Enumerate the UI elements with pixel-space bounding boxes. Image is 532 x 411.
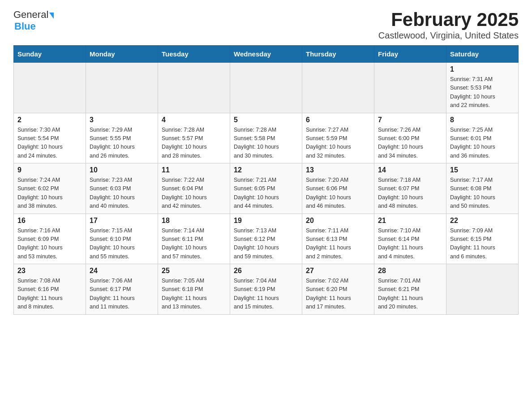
day-number: 12 [234, 166, 298, 174]
day-info: Sunrise: 7:29 AM Sunset: 5:55 PM Dayligh… [90, 126, 154, 161]
calendar-cell: 15Sunrise: 7:17 AM Sunset: 6:08 PM Dayli… [446, 163, 519, 214]
day-info: Sunrise: 7:06 AM Sunset: 6:17 PM Dayligh… [90, 277, 154, 312]
calendar-cell: 27Sunrise: 7:02 AM Sunset: 6:20 PM Dayli… [302, 264, 374, 315]
day-info: Sunrise: 7:27 AM Sunset: 5:59 PM Dayligh… [306, 126, 370, 161]
day-number: 13 [306, 166, 370, 174]
day-number: 4 [162, 116, 226, 124]
day-info: Sunrise: 7:04 AM Sunset: 6:19 PM Dayligh… [234, 277, 298, 312]
page-subtitle: Castlewood, Virginia, United States [378, 30, 519, 41]
day-number: 15 [450, 166, 515, 174]
day-of-week-header: Tuesday [158, 46, 230, 63]
calendar-cell: 22Sunrise: 7:09 AM Sunset: 6:15 PM Dayli… [446, 214, 519, 264]
calendar-week-row: 2Sunrise: 7:30 AM Sunset: 5:54 PM Daylig… [14, 113, 519, 163]
day-info: Sunrise: 7:28 AM Sunset: 5:58 PM Dayligh… [234, 126, 298, 161]
day-info: Sunrise: 7:13 AM Sunset: 6:12 PM Dayligh… [234, 227, 298, 261]
day-of-week-header: Thursday [302, 46, 374, 63]
calendar-cell: 26Sunrise: 7:04 AM Sunset: 6:19 PM Dayli… [230, 264, 302, 315]
calendar-cell: 7Sunrise: 7:26 AM Sunset: 6:00 PM Daylig… [374, 113, 446, 163]
day-number: 11 [162, 166, 226, 174]
calendar-cell: 16Sunrise: 7:16 AM Sunset: 6:09 PM Dayli… [14, 214, 86, 264]
day-number: 18 [162, 217, 226, 225]
calendar-table: SundayMondayTuesdayWednesdayThursdayFrid… [13, 45, 519, 315]
calendar-cell: 21Sunrise: 7:10 AM Sunset: 6:14 PM Dayli… [374, 214, 446, 264]
calendar-cell: 10Sunrise: 7:23 AM Sunset: 6:03 PM Dayli… [86, 163, 158, 214]
day-number: 1 [450, 65, 515, 73]
calendar-cell: 2Sunrise: 7:30 AM Sunset: 5:54 PM Daylig… [14, 113, 86, 163]
day-of-week-header: Sunday [14, 46, 86, 63]
day-number: 6 [306, 116, 370, 124]
day-info: Sunrise: 7:14 AM Sunset: 6:11 PM Dayligh… [162, 227, 226, 261]
calendar-cell [230, 63, 302, 113]
day-info: Sunrise: 7:20 AM Sunset: 6:06 PM Dayligh… [306, 176, 370, 211]
day-number: 24 [90, 267, 154, 275]
day-number: 19 [234, 217, 298, 225]
page-title: February 2025 [378, 9, 519, 30]
day-info: Sunrise: 7:31 AM Sunset: 5:53 PM Dayligh… [450, 75, 515, 110]
day-number: 27 [306, 267, 370, 275]
calendar-header-row: SundayMondayTuesdayWednesdayThursdayFrid… [14, 46, 519, 63]
day-info: Sunrise: 7:28 AM Sunset: 5:57 PM Dayligh… [162, 126, 226, 161]
logo-general-text: General [13, 9, 48, 21]
day-info: Sunrise: 7:21 AM Sunset: 6:05 PM Dayligh… [234, 176, 298, 211]
day-number: 3 [90, 116, 154, 124]
calendar-cell: 12Sunrise: 7:21 AM Sunset: 6:05 PM Dayli… [230, 163, 302, 214]
day-info: Sunrise: 7:26 AM Sunset: 6:00 PM Dayligh… [378, 126, 442, 161]
day-info: Sunrise: 7:15 AM Sunset: 6:10 PM Dayligh… [90, 227, 154, 261]
page-header: General Blue February 2025 Castlewood, V… [13, 9, 519, 41]
day-info: Sunrise: 7:10 AM Sunset: 6:14 PM Dayligh… [378, 227, 442, 261]
day-info: Sunrise: 7:18 AM Sunset: 6:07 PM Dayligh… [378, 176, 442, 211]
calendar-cell: 8Sunrise: 7:25 AM Sunset: 6:01 PM Daylig… [446, 113, 519, 163]
day-number: 14 [378, 166, 442, 174]
day-number: 23 [17, 267, 82, 275]
day-info: Sunrise: 7:30 AM Sunset: 5:54 PM Dayligh… [17, 126, 82, 161]
calendar-week-row: 9Sunrise: 7:24 AM Sunset: 6:02 PM Daylig… [14, 163, 519, 214]
day-info: Sunrise: 7:23 AM Sunset: 6:03 PM Dayligh… [90, 176, 154, 211]
logo-blue-text: Blue [14, 21, 36, 32]
calendar-cell: 11Sunrise: 7:22 AM Sunset: 6:04 PM Dayli… [158, 163, 230, 214]
day-of-week-header: Saturday [446, 46, 519, 63]
day-info: Sunrise: 7:09 AM Sunset: 6:15 PM Dayligh… [450, 227, 515, 261]
day-of-week-header: Friday [374, 46, 446, 63]
day-info: Sunrise: 7:25 AM Sunset: 6:01 PM Dayligh… [450, 126, 515, 161]
calendar-cell [374, 63, 446, 113]
calendar-cell: 28Sunrise: 7:01 AM Sunset: 6:21 PM Dayli… [374, 264, 446, 315]
day-info: Sunrise: 7:16 AM Sunset: 6:09 PM Dayligh… [17, 227, 82, 261]
day-number: 22 [450, 217, 515, 225]
calendar-week-row: 1Sunrise: 7:31 AM Sunset: 5:53 PM Daylig… [14, 63, 519, 113]
logo: General Blue [13, 9, 54, 32]
calendar-week-row: 16Sunrise: 7:16 AM Sunset: 6:09 PM Dayli… [14, 214, 519, 264]
calendar-cell: 24Sunrise: 7:06 AM Sunset: 6:17 PM Dayli… [86, 264, 158, 315]
calendar-cell: 4Sunrise: 7:28 AM Sunset: 5:57 PM Daylig… [158, 113, 230, 163]
calendar-cell: 17Sunrise: 7:15 AM Sunset: 6:10 PM Dayli… [86, 214, 158, 264]
day-of-week-header: Wednesday [230, 46, 302, 63]
calendar-cell: 14Sunrise: 7:18 AM Sunset: 6:07 PM Dayli… [374, 163, 446, 214]
day-of-week-header: Monday [86, 46, 158, 63]
day-number: 21 [378, 217, 442, 225]
calendar-cell: 20Sunrise: 7:11 AM Sunset: 6:13 PM Dayli… [302, 214, 374, 264]
calendar-cell [14, 63, 86, 113]
calendar-cell: 1Sunrise: 7:31 AM Sunset: 5:53 PM Daylig… [446, 63, 519, 113]
calendar-cell [86, 63, 158, 113]
day-info: Sunrise: 7:01 AM Sunset: 6:21 PM Dayligh… [378, 277, 442, 312]
day-info: Sunrise: 7:02 AM Sunset: 6:20 PM Dayligh… [306, 277, 370, 312]
day-number: 17 [90, 217, 154, 225]
day-info: Sunrise: 7:24 AM Sunset: 6:02 PM Dayligh… [17, 176, 82, 211]
day-number: 9 [17, 166, 82, 174]
calendar-cell: 5Sunrise: 7:28 AM Sunset: 5:58 PM Daylig… [230, 113, 302, 163]
day-number: 20 [306, 217, 370, 225]
calendar-cell [158, 63, 230, 113]
day-info: Sunrise: 7:11 AM Sunset: 6:13 PM Dayligh… [306, 227, 370, 261]
calendar-cell: 13Sunrise: 7:20 AM Sunset: 6:06 PM Dayli… [302, 163, 374, 214]
day-info: Sunrise: 7:17 AM Sunset: 6:08 PM Dayligh… [450, 176, 515, 211]
logo-arrow-icon [49, 13, 54, 19]
day-number: 16 [17, 217, 82, 225]
day-number: 10 [90, 166, 154, 174]
day-number: 28 [378, 267, 442, 275]
title-block: February 2025 Castlewood, Virginia, Unit… [378, 9, 519, 41]
calendar-cell: 6Sunrise: 7:27 AM Sunset: 5:59 PM Daylig… [302, 113, 374, 163]
calendar-cell: 23Sunrise: 7:08 AM Sunset: 6:16 PM Dayli… [14, 264, 86, 315]
day-number: 25 [162, 267, 226, 275]
day-info: Sunrise: 7:22 AM Sunset: 6:04 PM Dayligh… [162, 176, 226, 211]
day-number: 26 [234, 267, 298, 275]
calendar-cell: 19Sunrise: 7:13 AM Sunset: 6:12 PM Dayli… [230, 214, 302, 264]
